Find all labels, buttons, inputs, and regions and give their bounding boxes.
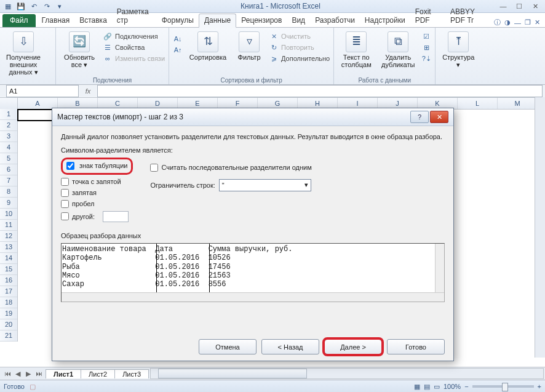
dialog-titlebar: Мастер текстов (импорт) - шаг 2 из 3 ? ✕ <box>52 108 453 126</box>
column-divider <box>156 244 157 293</box>
checkbox-consecutive-row[interactable]: Считать последовательные разделители одн… <box>150 164 445 172</box>
text-import-wizard-dialog: Мастер текстов (импорт) - шаг 2 из 3 ? ✕… <box>52 108 454 361</box>
preview-vscroll[interactable] <box>435 244 444 293</box>
checkbox-other[interactable] <box>61 212 69 220</box>
text-qualifier-label: Ограничитель строк: <box>150 182 215 189</box>
dialog-help-icon[interactable]: ? <box>410 111 429 123</box>
checkbox-consecutive[interactable] <box>150 164 158 172</box>
text-qualifier-row: Ограничитель строк: " ▾ <box>150 179 445 191</box>
dialog-description: Данный диалог позволяет установить разде… <box>61 132 445 142</box>
checkbox-semicolon[interactable] <box>61 178 69 186</box>
checkbox-space[interactable] <box>61 200 69 208</box>
chevron-down-icon: ▾ <box>304 181 308 189</box>
preview-text: Наименование товара Дата Сумма выручки, … <box>62 244 444 290</box>
preview-hscroll[interactable] <box>62 292 444 302</box>
text-qualifier-select[interactable]: " ▾ <box>219 179 311 191</box>
cancel-button[interactable]: Отмена <box>199 339 257 354</box>
checkbox-comma-row[interactable]: запятая <box>61 189 133 197</box>
other-delimiter-input[interactable] <box>103 211 129 222</box>
checkbox-comma[interactable] <box>61 189 69 197</box>
dialog-buttons: Отмена < Назад Далее > Готово <box>199 339 445 354</box>
dialog-title: Мастер текстов (импорт) - шаг 2 из 3 <box>57 113 183 121</box>
next-button[interactable]: Далее > <box>324 339 382 354</box>
modal-overlay: Мастер текстов (импорт) - шаг 2 из 3 ? ✕… <box>0 0 545 392</box>
dialog-body: Данный диалог позволяет установить разде… <box>52 126 453 307</box>
checkbox-space-row[interactable]: пробел <box>61 200 133 208</box>
delimiters-label: Символом-разделителем является: <box>61 146 445 154</box>
checkbox-semicolon-row[interactable]: точка с запятой <box>61 178 133 186</box>
checkbox-other-row[interactable]: другой: <box>61 211 133 222</box>
checkbox-tab[interactable] <box>66 162 74 170</box>
column-divider <box>209 244 210 293</box>
dialog-close-icon[interactable]: ✕ <box>430 111 448 123</box>
back-button[interactable]: < Назад <box>261 339 319 354</box>
data-preview: Наименование товара Дата Сумма выручки, … <box>61 243 445 302</box>
delimiter-checkboxes: знак табуляции точка с запятой запятая п… <box>61 158 133 222</box>
finish-button[interactable]: Готово <box>387 339 445 354</box>
checkbox-tab-label: знак табуляции <box>79 162 127 169</box>
preview-label: Образец разбора данных <box>61 232 445 239</box>
highlight-tab-delimiter: знак табуляции <box>61 158 133 175</box>
